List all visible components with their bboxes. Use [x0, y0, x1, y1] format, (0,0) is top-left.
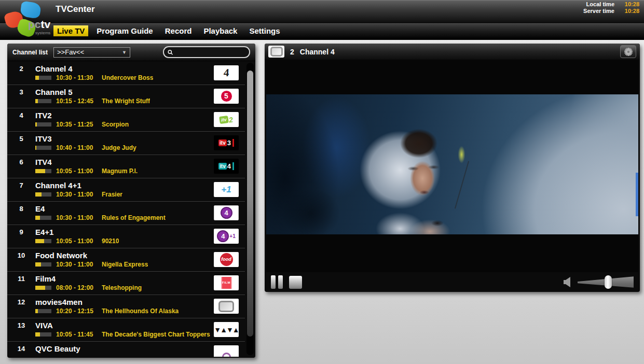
program-time: 10:30 - 11:00 — [56, 261, 95, 268]
program-title: Judge Judy — [102, 144, 136, 151]
program-title: Magnum P.I. — [102, 167, 138, 175]
clock-panel: Local time 10:28 Server time 10:28 — [583, 1, 639, 15]
progress-fill — [35, 332, 40, 337]
tab-settings[interactable]: Settings — [245, 25, 283, 36]
volume-thumb[interactable] — [605, 275, 612, 289]
video-blue-edge-detail — [636, 173, 638, 216]
player-controls — [265, 272, 640, 292]
channel-row[interactable]: 5 ITV3 10:40 - 11:00 Judge Judy itv 3 — [7, 132, 245, 155]
pause-icon — [271, 275, 276, 289]
player-channel-number: 2 — [290, 48, 294, 56]
tab-playback[interactable]: Playback — [200, 25, 241, 36]
brand-wordmark: pctv — [28, 18, 50, 31]
itv2-logo: itv 2 — [214, 112, 239, 127]
app-title: TVCenter — [56, 4, 95, 15]
e4-logo: 4 — [214, 205, 239, 220]
player-header: 2 Channel 4 — [265, 44, 640, 60]
search-icon — [168, 49, 173, 55]
program-time: 10:30 - 11:30 — [56, 74, 95, 81]
itv4-logo: itv 4 — [214, 159, 239, 174]
tv-screen-icon — [268, 46, 284, 58]
header-base-strip — [0, 37, 644, 40]
channel-row[interactable]: 7 Channel 4+1 10:30 - 11:00 Frasier +1 — [7, 178, 245, 202]
program-progress-bar — [35, 99, 51, 103]
channel-row[interactable]: 11 Film4 08:00 - 12:00 Teleshopping FILM — [7, 272, 245, 295]
player-settings-button[interactable] — [620, 45, 636, 58]
channel-list-panel: Channel list >>Fav<< ▼ 2 Channel 4 10:30… — [7, 44, 255, 358]
volume-controls — [563, 275, 634, 289]
program-time: 10:40 - 11:00 — [56, 144, 95, 151]
tab-record[interactable]: Record — [161, 25, 196, 36]
channel-row[interactable]: 3 Channel 5 10:15 - 12:45 The Wright Stu… — [7, 85, 245, 108]
progress-fill — [35, 239, 44, 243]
progress-fill — [35, 262, 41, 267]
program-time: 10:30 - 11:00 — [56, 191, 95, 198]
program-progress-bar — [35, 262, 51, 267]
search-box[interactable] — [163, 46, 250, 58]
program-time: 10:30 - 11:00 — [56, 214, 95, 221]
progress-fill — [35, 99, 38, 103]
speaker-icon — [563, 276, 573, 288]
channel-number: 2 — [7, 62, 35, 85]
channel4-logo: 4 — [214, 65, 239, 80]
program-title: The Decade's Biggest Chart Toppers — [102, 331, 210, 338]
logo-petal-blue-icon — [20, 1, 42, 19]
channel-number: 5 — [7, 132, 35, 155]
program-time: 10:20 - 12:15 — [56, 307, 95, 315]
favorites-dropdown-value: >>Fav<< — [57, 48, 84, 56]
channel-row[interactable]: 8 E4 10:30 - 11:00 Rules of Engagement 4 — [7, 202, 245, 225]
channel-list-title: Channel list — [12, 49, 48, 56]
progress-fill — [35, 286, 45, 290]
program-progress-bar — [35, 192, 51, 197]
video-frame — [266, 94, 638, 234]
main-nav: Live TVProgram GuideRecordPlaybackSettin… — [0, 23, 644, 37]
program-progress-bar — [35, 146, 51, 150]
channel-list-scrollbar[interactable] — [246, 63, 254, 355]
brand-subtitle: systems — [35, 31, 50, 35]
program-title: Scorpion — [102, 121, 129, 128]
channel-row[interactable]: 10 Food Network 10:30 - 11:00 Nigella Ex… — [7, 248, 245, 272]
pause-button[interactable] — [271, 275, 283, 289]
tab-live-tv[interactable]: Live TV — [53, 25, 88, 36]
channel-row[interactable]: 14 QVC Beauty — [7, 342, 245, 357]
channel-list-header: Channel list >>Fav<< ▼ — [7, 44, 255, 61]
scrollbar-thumb[interactable] — [247, 71, 253, 337]
volume-slider[interactable] — [578, 275, 634, 289]
program-title: Frasier — [102, 191, 122, 198]
e4plus1-logo: 4 +1 — [214, 229, 239, 244]
program-time: 10:15 - 12:45 — [56, 97, 95, 105]
channel-number: 7 — [7, 178, 35, 201]
stop-button[interactable] — [289, 276, 302, 289]
channel5-logo: 5 — [214, 89, 239, 104]
local-time-label: Local time — [583, 1, 614, 8]
channel-list: 2 Channel 4 10:30 - 11:30 Undercover Bos… — [7, 62, 245, 357]
program-time: 10:05 - 11:00 — [56, 237, 95, 245]
program-progress-bar — [35, 239, 51, 243]
program-title: The Hellhounds Of Alaska — [102, 307, 179, 315]
channel-row[interactable]: 4 ITV2 10:35 - 11:25 Scorpion itv 2 — [7, 108, 245, 132]
channel-row[interactable]: 12 movies4men 10:20 - 12:15 The Hellhoun… — [7, 295, 245, 318]
video-display[interactable] — [266, 60, 638, 272]
program-progress-bar — [35, 122, 51, 127]
itv3-logo: itv 3 — [214, 135, 239, 150]
program-progress-bar — [35, 76, 51, 80]
program-progress-bar — [35, 169, 51, 173]
channel-number: 4 — [7, 108, 35, 131]
channel-number: 13 — [7, 318, 35, 341]
channel-row[interactable]: 13 VIVA 10:05 - 11:45 The Decade's Bigge… — [7, 318, 245, 342]
server-time-label: Server time — [583, 8, 614, 15]
channel-row[interactable]: 2 Channel 4 10:30 - 11:30 Undercover Bos… — [7, 62, 245, 85]
app-header: Live TVProgram GuideRecordPlaybackSettin… — [0, 0, 644, 40]
program-progress-bar — [35, 309, 51, 313]
channel-number: 12 — [7, 295, 35, 318]
player-channel-name: Channel 4 — [300, 48, 335, 56]
tab-program-guide[interactable]: Program Guide — [93, 25, 156, 36]
program-progress-bar — [35, 216, 51, 220]
video-player-panel: 2 Channel 4 — [265, 44, 640, 292]
favorites-dropdown[interactable]: >>Fav<< ▼ — [53, 47, 130, 58]
program-title: Teleshopping — [102, 284, 142, 291]
channel-row[interactable]: 9 E4+1 10:05 - 11:00 90210 4 +1 — [7, 225, 245, 248]
channel-row[interactable]: 6 ITV4 10:05 - 11:00 Magnum P.I. itv 4 — [7, 155, 245, 178]
brand-pc: pc — [28, 18, 41, 30]
search-input[interactable] — [175, 48, 245, 57]
